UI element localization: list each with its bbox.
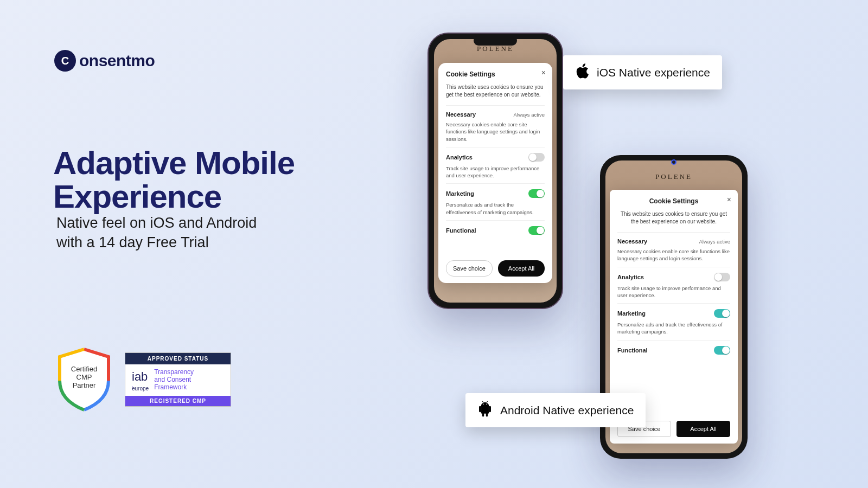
cookie-category-analytics: Analytics Track site usage to improve pe… bbox=[617, 267, 730, 304]
category-desc: Necessary cookies enable core site funct… bbox=[446, 121, 545, 143]
always-active-label: Always active bbox=[699, 239, 730, 245]
ios-callout-label: iOS Native experience bbox=[563, 55, 722, 89]
iab-tcf-badge: APPROVED STATUS iab. europe Transparency… bbox=[125, 352, 231, 406]
cookie-settings-sheet-ios: × Cookie Settings This website uses cook… bbox=[438, 63, 552, 283]
analytics-toggle[interactable] bbox=[714, 273, 730, 281]
category-desc: Personalize ads and track the effectiven… bbox=[617, 321, 730, 336]
category-desc: Necessary cookies enable core site funct… bbox=[617, 248, 730, 262]
page-headline: Adaptive Mobile Experience bbox=[53, 146, 295, 214]
page-subhead: Native feel on iOS and Android with a 14… bbox=[56, 214, 257, 252]
cookie-category-necessary: NecessaryAlways active Necessary cookies… bbox=[446, 105, 545, 147]
certification-badges: Certified CMP Partner APPROVED STATUS ia… bbox=[54, 346, 231, 413]
android-callout-label: Android Native experience bbox=[465, 393, 646, 427]
iab-badge-status: APPROVED STATUS bbox=[125, 353, 231, 364]
cookie-category-functional: Functional bbox=[446, 220, 545, 242]
close-icon[interactable]: × bbox=[727, 195, 731, 204]
android-icon bbox=[477, 401, 493, 420]
marketing-toggle[interactable] bbox=[714, 309, 730, 318]
cookie-category-functional: Functional bbox=[617, 340, 730, 362]
phone-site-brand: POLENE bbox=[434, 44, 557, 53]
logo-text: onsentmo bbox=[79, 52, 155, 70]
sheet-description: This website uses cookies to ensure you … bbox=[446, 84, 545, 99]
cookie-category-necessary: NecessaryAlways active Necessary cookies… bbox=[617, 232, 730, 267]
iphone-mockup: POLENE × Cookie Settings This website us… bbox=[427, 33, 563, 309]
logo-mark-icon: C bbox=[54, 50, 76, 72]
category-name: Marketing bbox=[617, 310, 646, 317]
category-name: Analytics bbox=[617, 274, 644, 280]
category-name: Analytics bbox=[446, 154, 473, 160]
category-desc: Track site usage to improve performance … bbox=[446, 165, 545, 179]
marketing-toggle[interactable] bbox=[528, 189, 545, 198]
cmp-partner-shield-badge: Certified CMP Partner bbox=[54, 346, 114, 413]
category-desc: Track site usage to improve performance … bbox=[617, 285, 730, 299]
save-choice-button[interactable]: Save choice bbox=[446, 260, 493, 277]
cookie-category-analytics: Analytics Track site usage to improve pe… bbox=[446, 147, 545, 184]
analytics-toggle[interactable] bbox=[528, 153, 545, 162]
phone-site-brand: POLENE bbox=[605, 172, 742, 181]
category-name: Necessary bbox=[446, 111, 476, 118]
sheet-title: Cookie Settings bbox=[617, 197, 730, 205]
iab-logo-icon: iab. europe bbox=[132, 370, 149, 390]
category-name: Necessary bbox=[617, 238, 647, 245]
apple-icon bbox=[575, 63, 589, 82]
accept-all-button[interactable]: Accept All bbox=[676, 421, 730, 437]
svg-point-1 bbox=[486, 404, 487, 405]
category-name: Functional bbox=[446, 227, 476, 234]
callout-text: iOS Native experience bbox=[597, 66, 710, 79]
brand-logo: C onsentmo bbox=[54, 50, 155, 72]
cookie-category-marketing: Marketing Personalize ads and track the … bbox=[617, 303, 730, 340]
functional-toggle[interactable] bbox=[528, 226, 545, 235]
close-icon[interactable]: × bbox=[541, 68, 546, 77]
svg-point-0 bbox=[483, 404, 484, 405]
android-camera-icon bbox=[671, 159, 676, 165]
iab-badge-registered: REGISTERED CMP bbox=[125, 396, 231, 406]
always-active-label: Always active bbox=[513, 112, 545, 118]
shield-badge-text: Certified CMP Partner bbox=[54, 365, 114, 390]
accept-all-button[interactable]: Accept All bbox=[498, 260, 545, 277]
category-desc: Personalize ads and track the effectiven… bbox=[446, 201, 545, 216]
functional-toggle[interactable] bbox=[714, 346, 730, 355]
cookie-category-marketing: Marketing Personalize ads and track the … bbox=[446, 183, 545, 220]
category-name: Functional bbox=[617, 347, 648, 354]
category-name: Marketing bbox=[446, 190, 474, 197]
iab-badge-framework: Transparency and Consent Framework bbox=[154, 369, 194, 391]
sheet-title: Cookie Settings bbox=[446, 70, 545, 78]
sheet-description: This website uses cookies to ensure you … bbox=[617, 210, 730, 226]
callout-text: Android Native experience bbox=[500, 404, 634, 417]
iphone-notch-icon bbox=[474, 36, 517, 46]
